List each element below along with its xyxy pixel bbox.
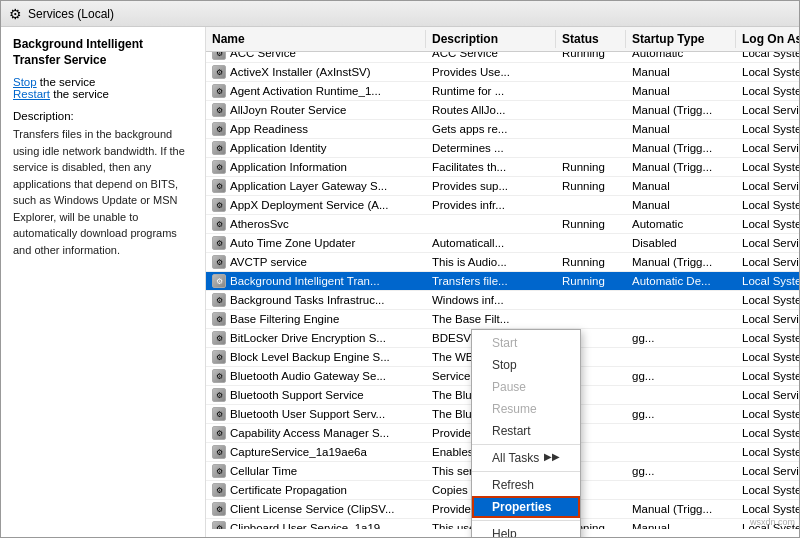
table-row[interactable]: ⚙Background Intelligent Tran...Transfers… <box>206 272 799 291</box>
table-row[interactable]: ⚙Application Layer Gateway S...Provides … <box>206 177 799 196</box>
row-logon: Local System <box>736 215 799 233</box>
row-status <box>556 82 626 100</box>
row-startup <box>626 310 736 328</box>
row-status <box>556 101 626 119</box>
row-startup <box>626 481 736 499</box>
table-row[interactable]: ⚙Base Filtering EngineThe Base Filt...Lo… <box>206 310 799 329</box>
row-desc: Runtime for ... <box>426 82 556 100</box>
title-bar-text: Services (Local) <box>28 7 114 21</box>
table-row[interactable]: ⚙App ReadinessGets apps re...ManualLocal… <box>206 120 799 139</box>
row-logon: Local System <box>736 481 799 499</box>
row-startup: gg... <box>626 405 736 423</box>
row-name: ⚙Application Identity <box>206 139 426 157</box>
table-row[interactable]: ⚙AppX Deployment Service (A...Provides i… <box>206 196 799 215</box>
content-area: Background Intelligent Transfer Service … <box>1 27 799 537</box>
table-row[interactable]: ⚙ActiveX Installer (AxInstSV)Provides Us… <box>206 63 799 82</box>
row-logon: Local System <box>736 272 799 290</box>
row-logon: Local System <box>736 158 799 176</box>
service-icon: ⚙ <box>212 84 226 98</box>
service-icon: ⚙ <box>212 521 226 529</box>
row-name: ⚙Cellular Time <box>206 462 426 480</box>
row-name: ⚙AllJoyn Router Service <box>206 101 426 119</box>
row-logon: Local System <box>736 82 799 100</box>
service-icon: ⚙ <box>212 369 226 383</box>
col-startup[interactable]: Startup Type <box>626 30 736 48</box>
row-name: ⚙BitLocker Drive Encryption S... <box>206 329 426 347</box>
service-icon: ⚙ <box>212 445 226 459</box>
row-startup: Manual (Trigg... <box>626 158 736 176</box>
row-startup: gg... <box>626 462 736 480</box>
row-startup: Manual <box>626 519 736 529</box>
row-name: ⚙Capability Access Manager S... <box>206 424 426 442</box>
row-startup: gg... <box>626 329 736 347</box>
table-row[interactable]: ⚙Application IdentityDetermines ...Manua… <box>206 139 799 158</box>
sidebar: Background Intelligent Transfer Service … <box>1 27 206 537</box>
row-desc: Facilitates th... <box>426 158 556 176</box>
row-desc: Routes AllJo... <box>426 101 556 119</box>
stop-link[interactable]: Stop <box>13 76 37 88</box>
service-icon: ⚙ <box>212 217 226 231</box>
service-icon: ⚙ <box>212 236 226 250</box>
row-name: ⚙Bluetooth Support Service <box>206 386 426 404</box>
ctx-separator <box>472 471 580 472</box>
col-desc[interactable]: Description <box>426 30 556 48</box>
service-icon: ⚙ <box>212 65 226 79</box>
ctx-refresh[interactable]: Refresh <box>472 474 580 496</box>
table-row[interactable]: ⚙Application InformationFacilitates th..… <box>206 158 799 177</box>
row-desc: Provides infr... <box>426 196 556 214</box>
ctx-properties[interactable]: Properties <box>472 496 580 518</box>
row-status: Running <box>556 272 626 290</box>
row-startup: Manual <box>626 63 736 81</box>
ctx-stop[interactable]: Stop <box>472 354 580 376</box>
row-logon: Local System <box>736 443 799 461</box>
row-logon: Local System <box>736 348 799 366</box>
restart-link[interactable]: Restart <box>13 88 50 100</box>
row-status <box>556 139 626 157</box>
service-icon: ⚙ <box>212 407 226 421</box>
col-logon[interactable]: Log On As <box>736 30 799 48</box>
row-logon: Local System <box>736 120 799 138</box>
row-logon: Local Service <box>736 101 799 119</box>
service-icon: ⚙ <box>212 255 226 269</box>
col-status[interactable]: Status <box>556 30 626 48</box>
service-icon: ⚙ <box>212 141 226 155</box>
ctx-all-tasks[interactable]: All Tasks ▶ <box>472 447 580 469</box>
row-startup <box>626 424 736 442</box>
row-name: ⚙CaptureService_1a19ae6a <box>206 443 426 461</box>
table-row[interactable]: ⚙AVCTP serviceThis is Audio...RunningMan… <box>206 253 799 272</box>
title-bar: ⚙ Services (Local) <box>1 1 799 27</box>
table-row[interactable]: ⚙Auto Time Zone UpdaterAutomaticall...Di… <box>206 234 799 253</box>
service-icon: ⚙ <box>212 464 226 478</box>
watermark: wsxdn.com <box>750 517 795 527</box>
row-name: ⚙AppX Deployment Service (A... <box>206 196 426 214</box>
row-startup: Disabled <box>626 234 736 252</box>
row-logon: Local Service <box>736 253 799 271</box>
row-logon: Local Service <box>736 139 799 157</box>
service-icon: ⚙ <box>212 198 226 212</box>
row-name: ⚙Bluetooth User Support Serv... <box>206 405 426 423</box>
row-logon: Local Service <box>736 386 799 404</box>
row-logon: Local System <box>736 63 799 81</box>
row-name: ⚙AtherosSvc <box>206 215 426 233</box>
ctx-help[interactable]: Help <box>472 523 580 537</box>
row-name: ⚙Application Layer Gateway S... <box>206 177 426 195</box>
row-desc: Provides sup... <box>426 177 556 195</box>
row-desc: Windows inf... <box>426 291 556 309</box>
row-name: ⚙AVCTP service <box>206 253 426 271</box>
row-status <box>556 120 626 138</box>
row-logon: Local System <box>736 329 799 347</box>
table-row[interactable]: ⚙AtherosSvcRunningAutomaticLocal System <box>206 215 799 234</box>
row-status <box>556 291 626 309</box>
row-logon: Local Service <box>736 310 799 328</box>
row-status: Running <box>556 158 626 176</box>
col-name[interactable]: Name <box>206 30 426 48</box>
row-startup: Manual <box>626 82 736 100</box>
ctx-pause: Pause <box>472 376 580 398</box>
table-row[interactable]: ⚙Agent Activation Runtime_1...Runtime fo… <box>206 82 799 101</box>
service-icon: ⚙ <box>212 483 226 497</box>
table-row[interactable]: ⚙Background Tasks Infrastruc...Windows i… <box>206 291 799 310</box>
ctx-restart[interactable]: Restart <box>472 420 580 442</box>
table-row[interactable]: ⚙AllJoyn Router ServiceRoutes AllJo...Ma… <box>206 101 799 120</box>
row-status <box>556 310 626 328</box>
service-icon: ⚙ <box>212 331 226 345</box>
